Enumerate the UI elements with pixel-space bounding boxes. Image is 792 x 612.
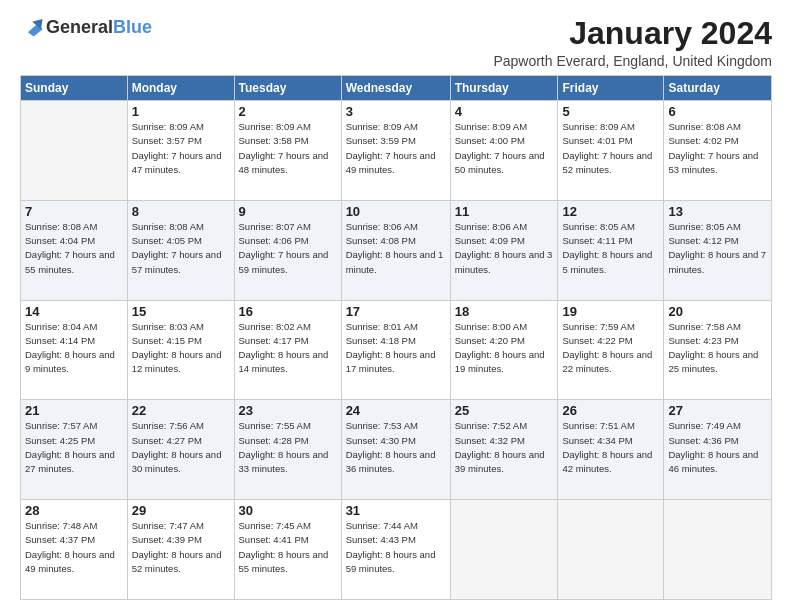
table-cell: 20Sunrise: 7:58 AMSunset: 4:23 PMDayligh… — [664, 300, 772, 400]
day-number: 26 — [562, 403, 659, 418]
header-tuesday: Tuesday — [234, 76, 341, 101]
day-info: Sunrise: 7:55 AMSunset: 4:28 PMDaylight:… — [239, 419, 337, 476]
day-number: 24 — [346, 403, 446, 418]
day-info: Sunrise: 7:45 AMSunset: 4:41 PMDaylight:… — [239, 519, 337, 576]
table-cell: 19Sunrise: 7:59 AMSunset: 4:22 PMDayligh… — [558, 300, 664, 400]
table-cell: 10Sunrise: 8:06 AMSunset: 4:08 PMDayligh… — [341, 200, 450, 300]
day-number: 11 — [455, 204, 554, 219]
day-info: Sunrise: 7:48 AMSunset: 4:37 PMDaylight:… — [25, 519, 123, 576]
table-cell: 5Sunrise: 8:09 AMSunset: 4:01 PMDaylight… — [558, 101, 664, 201]
day-info: Sunrise: 7:58 AMSunset: 4:23 PMDaylight:… — [668, 320, 767, 377]
day-info: Sunrise: 7:59 AMSunset: 4:22 PMDaylight:… — [562, 320, 659, 377]
day-info: Sunrise: 8:09 AMSunset: 3:57 PMDaylight:… — [132, 120, 230, 177]
day-info: Sunrise: 7:56 AMSunset: 4:27 PMDaylight:… — [132, 419, 230, 476]
day-number: 14 — [25, 304, 123, 319]
table-cell: 3Sunrise: 8:09 AMSunset: 3:59 PMDaylight… — [341, 101, 450, 201]
day-number: 31 — [346, 503, 446, 518]
day-info: Sunrise: 8:00 AMSunset: 4:20 PMDaylight:… — [455, 320, 554, 377]
day-number: 28 — [25, 503, 123, 518]
table-cell: 9Sunrise: 8:07 AMSunset: 4:06 PMDaylight… — [234, 200, 341, 300]
table-cell: 2Sunrise: 8:09 AMSunset: 3:58 PMDaylight… — [234, 101, 341, 201]
day-info: Sunrise: 7:53 AMSunset: 4:30 PMDaylight:… — [346, 419, 446, 476]
day-number: 22 — [132, 403, 230, 418]
table-cell: 26Sunrise: 7:51 AMSunset: 4:34 PMDayligh… — [558, 400, 664, 500]
calendar-page: GeneralBlue January 2024 Papworth Everar… — [0, 0, 792, 612]
header-thursday: Thursday — [450, 76, 558, 101]
table-cell: 15Sunrise: 8:03 AMSunset: 4:15 PMDayligh… — [127, 300, 234, 400]
week-row-3: 14Sunrise: 8:04 AMSunset: 4:14 PMDayligh… — [21, 300, 772, 400]
month-title: January 2024 — [493, 16, 772, 51]
table-cell: 23Sunrise: 7:55 AMSunset: 4:28 PMDayligh… — [234, 400, 341, 500]
table-cell: 28Sunrise: 7:48 AMSunset: 4:37 PMDayligh… — [21, 500, 128, 600]
table-cell: 24Sunrise: 7:53 AMSunset: 4:30 PMDayligh… — [341, 400, 450, 500]
day-number: 29 — [132, 503, 230, 518]
table-cell: 17Sunrise: 8:01 AMSunset: 4:18 PMDayligh… — [341, 300, 450, 400]
day-info: Sunrise: 8:08 AMSunset: 4:04 PMDaylight:… — [25, 220, 123, 277]
table-cell: 1Sunrise: 8:09 AMSunset: 3:57 PMDaylight… — [127, 101, 234, 201]
day-info: Sunrise: 8:09 AMSunset: 4:01 PMDaylight:… — [562, 120, 659, 177]
table-cell: 25Sunrise: 7:52 AMSunset: 4:32 PMDayligh… — [450, 400, 558, 500]
day-number: 4 — [455, 104, 554, 119]
day-info: Sunrise: 7:44 AMSunset: 4:43 PMDaylight:… — [346, 519, 446, 576]
logo-icon — [22, 16, 44, 38]
day-number: 19 — [562, 304, 659, 319]
table-cell — [450, 500, 558, 600]
day-info: Sunrise: 7:47 AMSunset: 4:39 PMDaylight:… — [132, 519, 230, 576]
day-info: Sunrise: 8:05 AMSunset: 4:11 PMDaylight:… — [562, 220, 659, 277]
table-cell: 8Sunrise: 8:08 AMSunset: 4:05 PMDaylight… — [127, 200, 234, 300]
table-cell: 7Sunrise: 8:08 AMSunset: 4:04 PMDaylight… — [21, 200, 128, 300]
logo-blue: Blue — [113, 17, 152, 37]
header: GeneralBlue January 2024 Papworth Everar… — [20, 16, 772, 69]
day-number: 20 — [668, 304, 767, 319]
day-info: Sunrise: 8:07 AMSunset: 4:06 PMDaylight:… — [239, 220, 337, 277]
week-row-1: 1Sunrise: 8:09 AMSunset: 3:57 PMDaylight… — [21, 101, 772, 201]
day-number: 3 — [346, 104, 446, 119]
day-number: 16 — [239, 304, 337, 319]
day-info: Sunrise: 7:51 AMSunset: 4:34 PMDaylight:… — [562, 419, 659, 476]
calendar-table: Sunday Monday Tuesday Wednesday Thursday… — [20, 75, 772, 600]
table-cell: 12Sunrise: 8:05 AMSunset: 4:11 PMDayligh… — [558, 200, 664, 300]
day-number: 13 — [668, 204, 767, 219]
title-area: January 2024 Papworth Everard, England, … — [493, 16, 772, 69]
table-cell: 22Sunrise: 7:56 AMSunset: 4:27 PMDayligh… — [127, 400, 234, 500]
table-cell: 18Sunrise: 8:00 AMSunset: 4:20 PMDayligh… — [450, 300, 558, 400]
location: Papworth Everard, England, United Kingdo… — [493, 53, 772, 69]
day-number: 6 — [668, 104, 767, 119]
table-cell: 21Sunrise: 7:57 AMSunset: 4:25 PMDayligh… — [21, 400, 128, 500]
day-info: Sunrise: 8:02 AMSunset: 4:17 PMDaylight:… — [239, 320, 337, 377]
day-info: Sunrise: 7:49 AMSunset: 4:36 PMDaylight:… — [668, 419, 767, 476]
day-info: Sunrise: 7:52 AMSunset: 4:32 PMDaylight:… — [455, 419, 554, 476]
table-cell: 29Sunrise: 7:47 AMSunset: 4:39 PMDayligh… — [127, 500, 234, 600]
table-cell: 11Sunrise: 8:06 AMSunset: 4:09 PMDayligh… — [450, 200, 558, 300]
table-cell: 4Sunrise: 8:09 AMSunset: 4:00 PMDaylight… — [450, 101, 558, 201]
day-number: 17 — [346, 304, 446, 319]
day-number: 8 — [132, 204, 230, 219]
day-number: 12 — [562, 204, 659, 219]
table-cell — [664, 500, 772, 600]
day-number: 27 — [668, 403, 767, 418]
day-number: 10 — [346, 204, 446, 219]
table-cell — [21, 101, 128, 201]
week-row-5: 28Sunrise: 7:48 AMSunset: 4:37 PMDayligh… — [21, 500, 772, 600]
day-info: Sunrise: 7:57 AMSunset: 4:25 PMDaylight:… — [25, 419, 123, 476]
day-number: 2 — [239, 104, 337, 119]
header-wednesday: Wednesday — [341, 76, 450, 101]
day-number: 9 — [239, 204, 337, 219]
table-cell: 16Sunrise: 8:02 AMSunset: 4:17 PMDayligh… — [234, 300, 341, 400]
logo-general: General — [46, 17, 113, 37]
weekday-header-row: Sunday Monday Tuesday Wednesday Thursday… — [21, 76, 772, 101]
week-row-2: 7Sunrise: 8:08 AMSunset: 4:04 PMDaylight… — [21, 200, 772, 300]
day-info: Sunrise: 8:09 AMSunset: 3:58 PMDaylight:… — [239, 120, 337, 177]
table-cell: 31Sunrise: 7:44 AMSunset: 4:43 PMDayligh… — [341, 500, 450, 600]
day-number: 21 — [25, 403, 123, 418]
day-info: Sunrise: 8:06 AMSunset: 4:08 PMDaylight:… — [346, 220, 446, 277]
day-number: 25 — [455, 403, 554, 418]
day-info: Sunrise: 8:09 AMSunset: 3:59 PMDaylight:… — [346, 120, 446, 177]
table-cell: 14Sunrise: 8:04 AMSunset: 4:14 PMDayligh… — [21, 300, 128, 400]
day-info: Sunrise: 8:01 AMSunset: 4:18 PMDaylight:… — [346, 320, 446, 377]
table-cell: 6Sunrise: 8:08 AMSunset: 4:02 PMDaylight… — [664, 101, 772, 201]
logo: GeneralBlue — [20, 16, 152, 38]
day-info: Sunrise: 8:06 AMSunset: 4:09 PMDaylight:… — [455, 220, 554, 277]
day-info: Sunrise: 8:09 AMSunset: 4:00 PMDaylight:… — [455, 120, 554, 177]
table-cell: 27Sunrise: 7:49 AMSunset: 4:36 PMDayligh… — [664, 400, 772, 500]
